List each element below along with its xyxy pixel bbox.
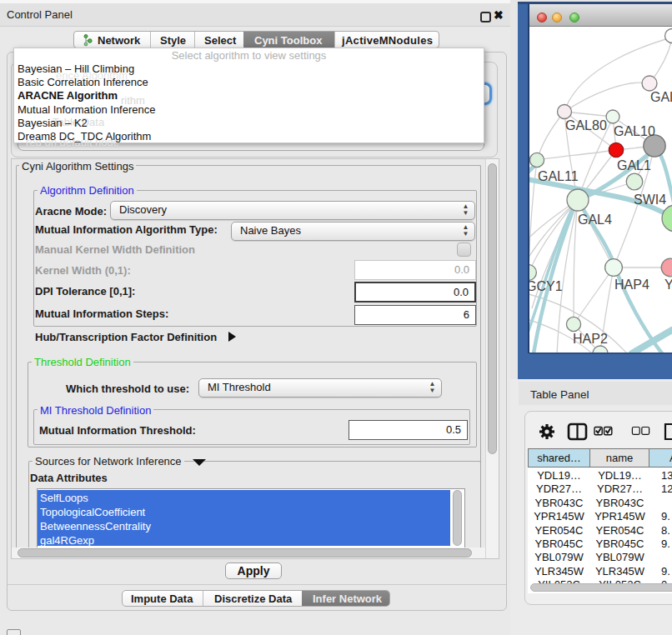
svg-text:Y: Y xyxy=(664,278,672,292)
svg-text:SWI4: SWI4 xyxy=(634,192,666,207)
svg-text:GAL11: GAL11 xyxy=(538,169,579,183)
svg-text:GAL80: GAL80 xyxy=(565,118,607,132)
svg-text:GAL: GAL xyxy=(650,90,672,104)
svg-text:HAP4: HAP4 xyxy=(614,278,649,292)
svg-text:GAL4: GAL4 xyxy=(578,212,612,227)
svg-text:GAL1: GAL1 xyxy=(617,158,651,172)
svg-text:GCY1: GCY1 xyxy=(529,279,563,293)
svg-text:HAP2: HAP2 xyxy=(573,332,608,346)
svg-text:GAL10: GAL10 xyxy=(614,124,655,138)
